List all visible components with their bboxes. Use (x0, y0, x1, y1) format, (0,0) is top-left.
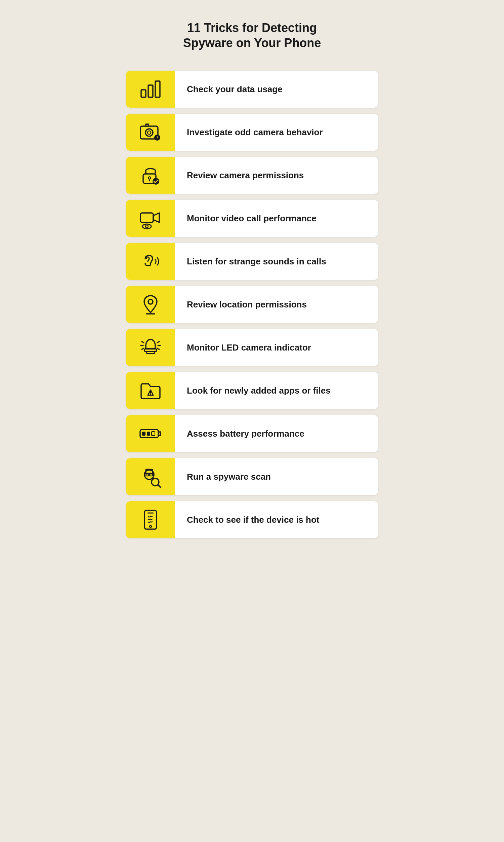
svg-rect-1 (148, 85, 153, 97)
camera-alert-icon: ! (139, 120, 163, 144)
list-item: Review camera permissions (126, 157, 378, 194)
folder-warning-icon (139, 378, 163, 403)
items-list: Check your data usage ! Investigate o (126, 71, 378, 538)
item-label: Look for newly added apps or files (175, 385, 343, 396)
svg-point-17 (150, 394, 151, 395)
icon-box-spyware-scan (126, 458, 175, 495)
alarm-light-icon (139, 336, 163, 360)
list-item: Assess battery performance (126, 415, 378, 452)
svg-point-14 (148, 299, 153, 304)
page-title: 11 Tricks for Detecting Spyware on Your … (126, 20, 378, 50)
item-label: Check to see if the device is hot (175, 515, 331, 525)
svg-rect-21 (151, 432, 155, 436)
video-eye-icon (139, 206, 163, 230)
svg-rect-16 (146, 351, 155, 354)
list-item: Review location permissions (126, 286, 378, 323)
icon-box-strange-sounds (126, 243, 175, 280)
icon-box-camera-permissions (126, 157, 175, 194)
list-item: ! Investigate odd camera behavior (126, 114, 378, 151)
spy-search-icon (139, 465, 163, 489)
item-label: Investigate odd camera behavior (175, 127, 335, 138)
page-container: 11 Tricks for Detecting Spyware on Your … (126, 20, 378, 815)
svg-text:!: ! (157, 136, 158, 140)
list-item: Check your data usage (126, 71, 378, 108)
icon-box-video-call (126, 200, 175, 237)
svg-point-13 (145, 225, 148, 228)
item-label: Review location permissions (175, 299, 319, 310)
item-label: Assess battery performance (175, 429, 317, 439)
svg-point-4 (145, 129, 153, 136)
lock-check-icon (139, 163, 163, 187)
ear-sound-icon (139, 249, 163, 274)
svg-rect-11 (141, 213, 153, 222)
phone-hot-icon (139, 508, 163, 532)
item-label: Monitor video call performance (175, 213, 329, 224)
svg-point-28 (149, 526, 151, 528)
svg-rect-24 (146, 474, 149, 476)
icon-box-device-hot (126, 501, 175, 538)
icon-box-data-usage (126, 71, 175, 108)
svg-rect-19 (142, 432, 145, 436)
location-pin-icon (139, 292, 163, 316)
icon-box-led-indicator (126, 329, 175, 366)
svg-rect-20 (147, 432, 150, 436)
item-label: Monitor LED camera indicator (175, 342, 323, 353)
list-item: Check to see if the device is hot (126, 501, 378, 538)
item-label: Listen for strange sounds in calls (175, 256, 338, 267)
icon-box-battery (126, 415, 175, 452)
list-item: Look for newly added apps or files (126, 372, 378, 409)
icon-box-location (126, 286, 175, 323)
svg-point-5 (147, 131, 151, 134)
svg-rect-2 (155, 81, 160, 97)
bar-chart-icon (139, 77, 163, 101)
list-item: Monitor LED camera indicator (126, 329, 378, 366)
svg-rect-0 (141, 90, 146, 97)
svg-rect-25 (149, 474, 152, 476)
icon-box-new-apps (126, 372, 175, 409)
icon-box-camera-behavior: ! (126, 114, 175, 151)
battery-low-icon (139, 422, 163, 446)
item-label: Review camera permissions (175, 170, 316, 181)
list-item: Listen for strange sounds in calls (126, 243, 378, 280)
item-label: Check your data usage (175, 84, 295, 94)
item-label: Run a spyware scan (175, 471, 283, 482)
list-item: Monitor video call performance (126, 200, 378, 237)
list-item: Run a spyware scan (126, 458, 378, 495)
